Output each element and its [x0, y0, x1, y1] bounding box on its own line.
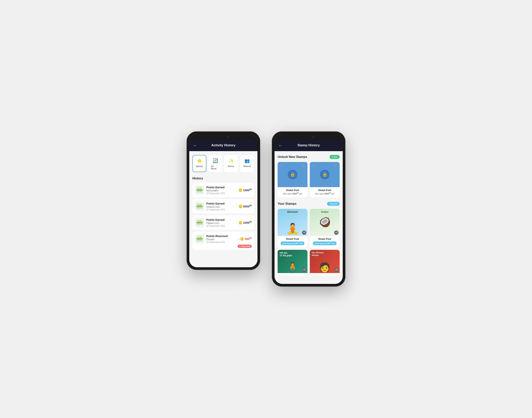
stamp-title: Stamp History: [297, 143, 320, 147]
coin-icon-1: 🪙: [239, 188, 242, 192]
mahabali-title: Mahabali: [278, 210, 307, 213]
phone-activity-history: ← Activity History ⭐ Spends 🔄 5X Boost ✨: [187, 131, 260, 270]
lock-icon-2: 🔒: [320, 170, 329, 179]
stamp-uthjaa[interactable]: uth jaa,12 baj gaye 🧍 +1: [278, 250, 307, 275]
locked-stamp-image-1: ⚡ ⚡ 〜 〜 🔒: [278, 162, 307, 187]
fanoff-figure: 🧑: [319, 262, 330, 273]
tab-5xboost-label: 5X Boost: [211, 165, 219, 170]
unlock-section-header: Unlock New Stamps 2 New: [278, 155, 340, 159]
history-info-3: Points Earned Flipkart.com 18 September …: [206, 218, 236, 227]
activity-title: Activity History: [211, 143, 236, 147]
tab-5xboost[interactable]: 🔄 5X Boost: [208, 155, 222, 172]
unlock-stamps-grid: ⚡ ⚡ 〜 〜 🔒 Onam Fest Win upto 100000 pts: [278, 162, 340, 197]
history-title-2: Points Earned: [206, 202, 236, 205]
stamp-image-fanoff: fan off kaunkarega 🧑 +3: [310, 250, 340, 273]
history-info-2: Points Earned Amazon.com 22 September 20…: [206, 202, 236, 211]
history-title-3: Points Earned: [206, 218, 236, 221]
phones-container: ← Activity History ⭐ Spends 🔄 5X Boost ✨: [187, 131, 345, 287]
sadya-title: Sadya: [310, 210, 340, 213]
svg-rect-19: [196, 238, 203, 240]
history-merchant-1: McDonald's: [206, 189, 236, 192]
sadya-figure: 🥥: [319, 216, 331, 228]
history-date-2: 22 September 2021: [206, 209, 236, 211]
tab-spends[interactable]: ⭐ Spends: [192, 155, 206, 172]
history-points-1: 🪙 150000: [239, 188, 252, 192]
uthjaa-text: uth jaa,12 baj gaye: [279, 251, 292, 257]
history-merchant-2: Amazon.com: [206, 206, 236, 208]
history-date-3: 18 September 2021: [206, 225, 236, 227]
activity-content: ⭐ Spends 🔄 5X Boost ✨ Bonus 👥 Referral: [189, 151, 257, 267]
your-stamps-grid: Mahabali 🧘 +5 Onam Fest Total Earned 200…: [278, 209, 340, 275]
history-icon-1: [195, 186, 204, 195]
phone-notch-2: [275, 134, 343, 140]
points-value-4: 50000: [245, 237, 252, 241]
tab-bonus[interactable]: ✨ Bonus: [224, 155, 238, 172]
your-stamps-title: Your Stamps: [278, 202, 297, 206]
fanoff-count: +3: [334, 268, 339, 272]
sadya-count: +2: [334, 231, 339, 235]
history-item-zomato: Points Reversed Zomato 12 September 2021…: [192, 232, 254, 250]
locked-stamp-desc-1: Win upto 100000 pts: [278, 192, 307, 195]
notch-pill: [214, 134, 233, 138]
history-icon-4: [195, 234, 204, 243]
history-icon-3: [195, 218, 204, 227]
stamp-fanoff[interactable]: fan off kaunkarega 🧑 +3: [310, 250, 340, 275]
history-item-amazon: Points Earned Amazon.com 22 September 20…: [192, 199, 254, 213]
history-title-4: Points Reversed: [206, 234, 236, 238]
history-section-title: History: [192, 177, 254, 180]
history-item-mcdonalds: Points Earned McDonald's 22 September 20…: [192, 183, 254, 197]
svg-rect-13: [196, 222, 203, 223]
phone-notch: [189, 134, 257, 140]
reversed-badge: ↩ Reversed: [238, 244, 252, 248]
mahabali-figure: 🧘: [286, 222, 299, 236]
notch-camera-2: [313, 136, 314, 138]
stamp-content: Unlock New Stamps 2 New ⚡ ⚡ 〜 〜: [275, 151, 343, 284]
uthjaa-figure: 🧍: [287, 262, 298, 273]
sadya-earned: Total Earned 30000 pts: [313, 242, 337, 245]
history-item-flipkart: Points Earned Flipkart.com 18 September …: [192, 215, 254, 230]
referral-icon: 👥: [243, 157, 251, 164]
notch-camera: [227, 136, 229, 138]
activity-tabs: ⭐ Spends 🔄 5X Boost ✨ Bonus 👥 Referral: [192, 155, 254, 172]
mahabali-earned: Total Earned 20000 pts: [281, 242, 304, 245]
stamp-sadya[interactable]: Sadya 🥥 +2 Onam Fest Total Earned 30000 …: [310, 209, 340, 247]
lock-icon-1: 🔒: [288, 170, 297, 179]
points-value-1: 150000: [243, 188, 252, 192]
spends-icon: ⭐: [196, 157, 203, 164]
uthjaa-count: +1: [302, 268, 306, 272]
history-points-3: 🪙 100000: [239, 221, 252, 224]
tab-spends-label: Spends: [196, 165, 203, 167]
tab-referral-label: Referral: [243, 165, 251, 167]
history-title-1: Points Earned: [206, 186, 236, 189]
mahabali-stamp-name: Onam Fest: [278, 236, 307, 241]
stamp-header: ← Stamp History: [275, 140, 343, 151]
locked-stamp-1[interactable]: ⚡ ⚡ 〜 〜 🔒 Onam Fest Win upto 100000 pts: [278, 162, 307, 197]
coin-icon-4: 🪙: [240, 237, 244, 241]
back-button[interactable]: ←: [193, 143, 197, 148]
activity-header: ← Activity History: [189, 140, 257, 151]
history-merchant-4: Zomato: [206, 238, 236, 241]
unlock-title: Unlock New Stamps: [278, 155, 307, 159]
coin-icon-2: 🪙: [239, 205, 242, 208]
stamp-back-button[interactable]: ←: [278, 143, 282, 148]
reversed-label: Reversed: [242, 245, 250, 247]
minus-sign: -: [238, 237, 239, 241]
history-merchant-3: Flipkart.com: [206, 222, 236, 224]
phone-stamp-history: ← Stamp History Unlock New Stamps 2 New: [272, 131, 345, 287]
locked-stamp-2[interactable]: ⚡ ⚡ 〜 〜 🔒 Onam Fest Win upto 100000 pts: [310, 162, 340, 197]
tab-referral[interactable]: 👥 Referral: [240, 155, 254, 172]
svg-rect-1: [196, 189, 203, 191]
stamp-mahabali[interactable]: Mahabali 🧘 +5 Onam Fest Total Earned 200…: [278, 209, 307, 247]
points-value-2: 500000: [243, 205, 252, 208]
your-stamps-header: Your Stamps Total 25: [278, 202, 340, 206]
history-info-1: Points Earned McDonald's 22 September 20…: [206, 186, 236, 195]
history-date-4: 12 September 2021: [206, 241, 236, 243]
stamp-image-mahabali: Mahabali 🧘 +5: [278, 209, 307, 236]
coin-icon-3: 🪙: [239, 221, 242, 224]
sadya-stamp-name: Onam Fest: [310, 236, 340, 241]
locked-stamp-name-2: Onam Fest: [310, 187, 340, 192]
svg-rect-7: [196, 206, 203, 207]
history-list: Points Earned McDonald's 22 September 20…: [192, 183, 254, 250]
reversed-icon: ↩: [239, 245, 241, 247]
points-value-3: 100000: [243, 221, 252, 224]
